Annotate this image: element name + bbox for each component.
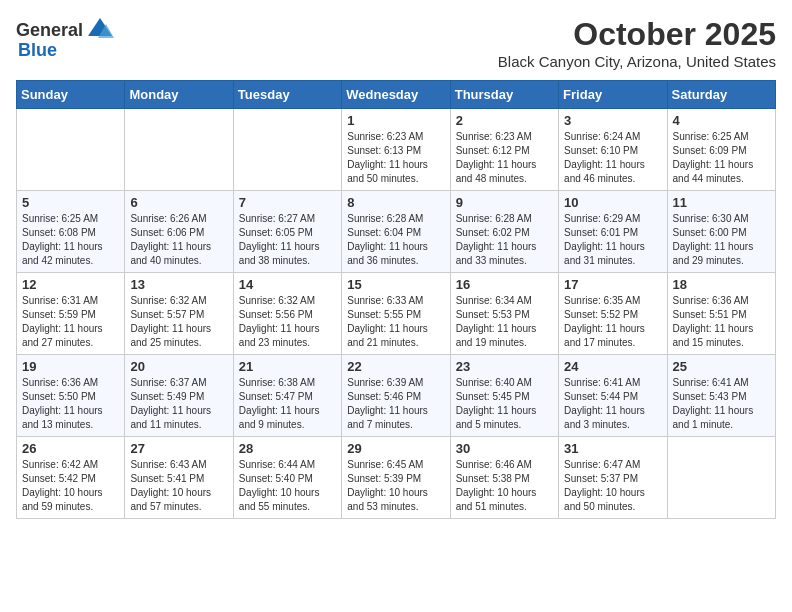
- calendar-cell: [233, 109, 341, 191]
- calendar-cell: 7Sunrise: 6:27 AM Sunset: 6:05 PM Daylig…: [233, 191, 341, 273]
- month-title: October 2025: [498, 16, 776, 53]
- day-info: Sunrise: 6:39 AM Sunset: 5:46 PM Dayligh…: [347, 376, 444, 432]
- calendar-cell: 17Sunrise: 6:35 AM Sunset: 5:52 PM Dayli…: [559, 273, 667, 355]
- calendar-cell: 2Sunrise: 6:23 AM Sunset: 6:12 PM Daylig…: [450, 109, 558, 191]
- day-info: Sunrise: 6:32 AM Sunset: 5:57 PM Dayligh…: [130, 294, 227, 350]
- calendar-cell: 31Sunrise: 6:47 AM Sunset: 5:37 PM Dayli…: [559, 437, 667, 519]
- day-info: Sunrise: 6:34 AM Sunset: 5:53 PM Dayligh…: [456, 294, 553, 350]
- day-number: 28: [239, 441, 336, 456]
- day-number: 27: [130, 441, 227, 456]
- day-info: Sunrise: 6:28 AM Sunset: 6:02 PM Dayligh…: [456, 212, 553, 268]
- calendar-cell: 8Sunrise: 6:28 AM Sunset: 6:04 PM Daylig…: [342, 191, 450, 273]
- day-number: 1: [347, 113, 444, 128]
- calendar-cell: 30Sunrise: 6:46 AM Sunset: 5:38 PM Dayli…: [450, 437, 558, 519]
- day-number: 17: [564, 277, 661, 292]
- calendar-cell: 22Sunrise: 6:39 AM Sunset: 5:46 PM Dayli…: [342, 355, 450, 437]
- day-info: Sunrise: 6:45 AM Sunset: 5:39 PM Dayligh…: [347, 458, 444, 514]
- calendar-cell: 11Sunrise: 6:30 AM Sunset: 6:00 PM Dayli…: [667, 191, 775, 273]
- calendar-cell: 24Sunrise: 6:41 AM Sunset: 5:44 PM Dayli…: [559, 355, 667, 437]
- day-info: Sunrise: 6:27 AM Sunset: 6:05 PM Dayligh…: [239, 212, 336, 268]
- calendar-week-row: 5Sunrise: 6:25 AM Sunset: 6:08 PM Daylig…: [17, 191, 776, 273]
- calendar-cell: 27Sunrise: 6:43 AM Sunset: 5:41 PM Dayli…: [125, 437, 233, 519]
- day-info: Sunrise: 6:29 AM Sunset: 6:01 PM Dayligh…: [564, 212, 661, 268]
- day-info: Sunrise: 6:37 AM Sunset: 5:49 PM Dayligh…: [130, 376, 227, 432]
- day-info: Sunrise: 6:23 AM Sunset: 6:12 PM Dayligh…: [456, 130, 553, 186]
- day-info: Sunrise: 6:42 AM Sunset: 5:42 PM Dayligh…: [22, 458, 119, 514]
- day-info: Sunrise: 6:38 AM Sunset: 5:47 PM Dayligh…: [239, 376, 336, 432]
- calendar-cell: 28Sunrise: 6:44 AM Sunset: 5:40 PM Dayli…: [233, 437, 341, 519]
- logo: General Blue: [16, 16, 114, 61]
- day-info: Sunrise: 6:24 AM Sunset: 6:10 PM Dayligh…: [564, 130, 661, 186]
- calendar-cell: 19Sunrise: 6:36 AM Sunset: 5:50 PM Dayli…: [17, 355, 125, 437]
- day-info: Sunrise: 6:30 AM Sunset: 6:00 PM Dayligh…: [673, 212, 770, 268]
- day-info: Sunrise: 6:35 AM Sunset: 5:52 PM Dayligh…: [564, 294, 661, 350]
- day-info: Sunrise: 6:47 AM Sunset: 5:37 PM Dayligh…: [564, 458, 661, 514]
- day-number: 13: [130, 277, 227, 292]
- calendar-table: SundayMondayTuesdayWednesdayThursdayFrid…: [16, 80, 776, 519]
- day-number: 24: [564, 359, 661, 374]
- day-info: Sunrise: 6:40 AM Sunset: 5:45 PM Dayligh…: [456, 376, 553, 432]
- calendar-cell: 21Sunrise: 6:38 AM Sunset: 5:47 PM Dayli…: [233, 355, 341, 437]
- calendar-week-row: 19Sunrise: 6:36 AM Sunset: 5:50 PM Dayli…: [17, 355, 776, 437]
- weekday-header-sunday: Sunday: [17, 81, 125, 109]
- header: General Blue October 2025 Black Canyon C…: [16, 16, 776, 70]
- day-number: 26: [22, 441, 119, 456]
- day-number: 20: [130, 359, 227, 374]
- day-info: Sunrise: 6:31 AM Sunset: 5:59 PM Dayligh…: [22, 294, 119, 350]
- calendar-cell: 10Sunrise: 6:29 AM Sunset: 6:01 PM Dayli…: [559, 191, 667, 273]
- day-info: Sunrise: 6:32 AM Sunset: 5:56 PM Dayligh…: [239, 294, 336, 350]
- day-info: Sunrise: 6:25 AM Sunset: 6:08 PM Dayligh…: [22, 212, 119, 268]
- day-number: 6: [130, 195, 227, 210]
- location-title: Black Canyon City, Arizona, United State…: [498, 53, 776, 70]
- calendar-cell: 26Sunrise: 6:42 AM Sunset: 5:42 PM Dayli…: [17, 437, 125, 519]
- calendar-cell: 14Sunrise: 6:32 AM Sunset: 5:56 PM Dayli…: [233, 273, 341, 355]
- calendar-cell: 6Sunrise: 6:26 AM Sunset: 6:06 PM Daylig…: [125, 191, 233, 273]
- day-info: Sunrise: 6:46 AM Sunset: 5:38 PM Dayligh…: [456, 458, 553, 514]
- day-number: 7: [239, 195, 336, 210]
- weekday-header-friday: Friday: [559, 81, 667, 109]
- weekday-header-row: SundayMondayTuesdayWednesdayThursdayFrid…: [17, 81, 776, 109]
- calendar-cell: 29Sunrise: 6:45 AM Sunset: 5:39 PM Dayli…: [342, 437, 450, 519]
- day-info: Sunrise: 6:28 AM Sunset: 6:04 PM Dayligh…: [347, 212, 444, 268]
- weekday-header-monday: Monday: [125, 81, 233, 109]
- weekday-header-wednesday: Wednesday: [342, 81, 450, 109]
- day-info: Sunrise: 6:36 AM Sunset: 5:50 PM Dayligh…: [22, 376, 119, 432]
- day-number: 9: [456, 195, 553, 210]
- weekday-header-saturday: Saturday: [667, 81, 775, 109]
- logo-icon: [86, 16, 114, 44]
- calendar-cell: 1Sunrise: 6:23 AM Sunset: 6:13 PM Daylig…: [342, 109, 450, 191]
- calendar-cell: 15Sunrise: 6:33 AM Sunset: 5:55 PM Dayli…: [342, 273, 450, 355]
- day-number: 5: [22, 195, 119, 210]
- day-info: Sunrise: 6:23 AM Sunset: 6:13 PM Dayligh…: [347, 130, 444, 186]
- calendar-week-row: 26Sunrise: 6:42 AM Sunset: 5:42 PM Dayli…: [17, 437, 776, 519]
- calendar-cell: 4Sunrise: 6:25 AM Sunset: 6:09 PM Daylig…: [667, 109, 775, 191]
- day-info: Sunrise: 6:25 AM Sunset: 6:09 PM Dayligh…: [673, 130, 770, 186]
- day-number: 4: [673, 113, 770, 128]
- day-number: 16: [456, 277, 553, 292]
- day-info: Sunrise: 6:43 AM Sunset: 5:41 PM Dayligh…: [130, 458, 227, 514]
- calendar-cell: [17, 109, 125, 191]
- title-area: October 2025 Black Canyon City, Arizona,…: [498, 16, 776, 70]
- calendar-cell: 16Sunrise: 6:34 AM Sunset: 5:53 PM Dayli…: [450, 273, 558, 355]
- calendar-cell: [667, 437, 775, 519]
- calendar-cell: 13Sunrise: 6:32 AM Sunset: 5:57 PM Dayli…: [125, 273, 233, 355]
- day-number: 19: [22, 359, 119, 374]
- day-info: Sunrise: 6:36 AM Sunset: 5:51 PM Dayligh…: [673, 294, 770, 350]
- calendar-week-row: 12Sunrise: 6:31 AM Sunset: 5:59 PM Dayli…: [17, 273, 776, 355]
- day-number: 15: [347, 277, 444, 292]
- day-info: Sunrise: 6:44 AM Sunset: 5:40 PM Dayligh…: [239, 458, 336, 514]
- day-number: 30: [456, 441, 553, 456]
- day-info: Sunrise: 6:41 AM Sunset: 5:43 PM Dayligh…: [673, 376, 770, 432]
- day-number: 12: [22, 277, 119, 292]
- day-info: Sunrise: 6:41 AM Sunset: 5:44 PM Dayligh…: [564, 376, 661, 432]
- calendar-cell: 3Sunrise: 6:24 AM Sunset: 6:10 PM Daylig…: [559, 109, 667, 191]
- calendar-cell: 5Sunrise: 6:25 AM Sunset: 6:08 PM Daylig…: [17, 191, 125, 273]
- day-number: 22: [347, 359, 444, 374]
- day-number: 21: [239, 359, 336, 374]
- day-number: 29: [347, 441, 444, 456]
- calendar-cell: 9Sunrise: 6:28 AM Sunset: 6:02 PM Daylig…: [450, 191, 558, 273]
- calendar-cell: [125, 109, 233, 191]
- day-number: 23: [456, 359, 553, 374]
- logo-general-text: General: [16, 20, 83, 41]
- calendar-cell: 18Sunrise: 6:36 AM Sunset: 5:51 PM Dayli…: [667, 273, 775, 355]
